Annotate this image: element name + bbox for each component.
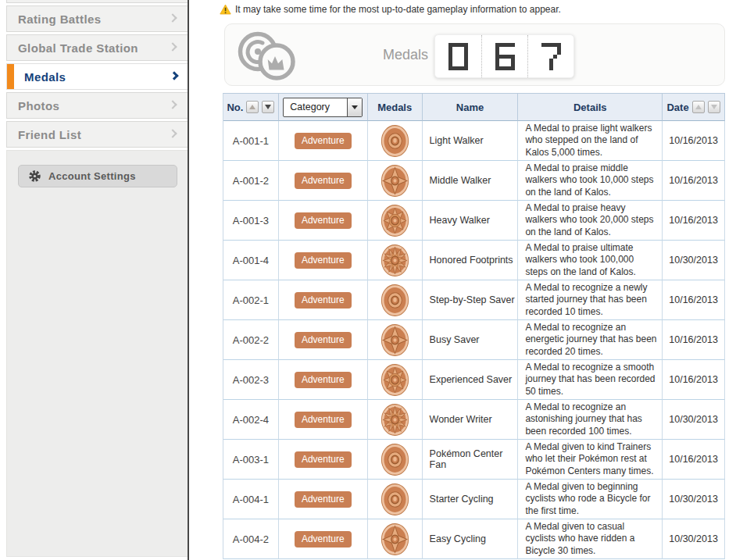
notice-bar: It may take some time for the most up-to… xyxy=(220,4,561,15)
bronze-medal-tier-3-icon xyxy=(381,205,409,237)
medal-name: Step-by-Step Saver xyxy=(430,294,515,305)
category-badge: Adventure xyxy=(295,451,352,468)
cell-no: A-004-1 xyxy=(223,480,279,519)
header-medals-label: Medals xyxy=(377,102,412,113)
sidebar-item-photos[interactable]: Photos xyxy=(6,92,188,119)
header-name: Name xyxy=(423,94,519,121)
category-badge: Adventure xyxy=(295,252,352,269)
bronze-medal-tier-1-icon xyxy=(381,483,409,515)
medal-name: Starter Cycling xyxy=(430,494,494,505)
cell-name: Pokémon Center Fan xyxy=(423,440,519,480)
account-settings-button[interactable]: Account Settings xyxy=(18,165,177,187)
cell-details: A Medal given to kind Trainers who let t… xyxy=(518,440,663,480)
medal-date: 10/30/2013 xyxy=(669,255,718,266)
cell-medal xyxy=(368,161,423,201)
table-row: A-002-4AdventureWonder WriterA Medal to … xyxy=(223,400,725,440)
cell-name: Heavy Walker xyxy=(423,201,519,241)
cell-date: 10/30/2013 xyxy=(663,241,725,280)
cell-medal xyxy=(368,320,423,360)
medal-name: Experienced Saver xyxy=(430,374,513,385)
sidebar-item-label: Friend List xyxy=(7,128,81,141)
medal-name: Light Walker xyxy=(430,135,484,146)
cell-name: Step-by-Step Saver xyxy=(423,280,519,320)
bronze-medal-tier-1-icon xyxy=(381,125,409,157)
table-row: A-004-1AdventureStarter CyclingA Medal g… xyxy=(223,480,725,519)
medal-name: Honored Footprints xyxy=(430,255,513,266)
bronze-medal-tier-3-icon xyxy=(381,364,409,396)
category-filter-select[interactable]: Category xyxy=(283,98,363,117)
medal-details: A Medal to praise ultimate walkers who t… xyxy=(525,242,657,279)
medal-no: A-001-4 xyxy=(233,255,269,266)
account-settings-label: Account Settings xyxy=(48,170,136,182)
table-body: A-001-1AdventureLight WalkerA Medal to p… xyxy=(223,121,725,559)
cell-date: 10/16/2013 xyxy=(663,161,725,201)
cell-category: Adventure xyxy=(279,400,368,440)
gear-icon xyxy=(28,169,41,183)
sort-no-desc-button[interactable] xyxy=(262,101,274,113)
medal-no: A-001-3 xyxy=(233,215,269,226)
medal-name: Middle Walker xyxy=(430,175,491,186)
medal-no: A-001-2 xyxy=(233,175,269,187)
medal-date: 10/30/2013 xyxy=(669,494,718,505)
counter-digit xyxy=(435,35,481,77)
cell-date: 10/30/2013 xyxy=(663,400,725,440)
cell-no: A-001-1 xyxy=(223,121,279,161)
table-row: A-002-3AdventureExperienced SaverA Medal… xyxy=(223,360,725,400)
medal-details: A Medal given to casual cyclists who hav… xyxy=(525,521,657,558)
sidebar-item-global-trade-station[interactable]: Global Trade Station xyxy=(6,34,188,61)
cell-no: A-002-3 xyxy=(223,360,279,400)
medal-date: 10/16/2013 xyxy=(669,215,718,226)
triangle-down-icon xyxy=(711,105,717,109)
sidebar-item-rating-battles[interactable]: Rating Battles xyxy=(6,5,188,32)
sidebar-item-medals[interactable]: Medals xyxy=(6,63,188,90)
sidebar-nav: Rating BattlesGlobal Trade StationMedals… xyxy=(6,5,188,148)
notice-text: It may take some time for the most up-to… xyxy=(235,4,561,15)
header-name-label: Name xyxy=(456,102,484,113)
sidebar-item-friend-list[interactable]: Friend List xyxy=(6,121,188,148)
counter-digit xyxy=(527,35,573,77)
counter-digit xyxy=(481,35,527,77)
cell-no: A-001-2 xyxy=(223,161,279,201)
cell-no: A-003-1 xyxy=(223,440,279,480)
cell-medal xyxy=(368,241,423,280)
header-no-label: No. xyxy=(227,102,243,113)
cell-details: A Medal to recognize an astonishing jour… xyxy=(518,400,663,440)
triangle-up-icon xyxy=(249,105,255,109)
sort-date-asc-button[interactable] xyxy=(692,101,705,113)
medal-no: A-001-1 xyxy=(233,135,269,147)
cell-details: A Medal to praise heavy walkers who took… xyxy=(518,201,663,241)
medal-name: Heavy Walker xyxy=(430,215,490,226)
page: Rating BattlesGlobal Trade StationMedals… xyxy=(0,0,736,560)
table-row: A-001-1AdventureLight WalkerA Medal to p… xyxy=(223,121,725,161)
medal-no: A-002-1 xyxy=(233,294,269,306)
medal-details: A Medal given to kind Trainers who let t… xyxy=(525,441,657,478)
cell-date: 10/16/2013 xyxy=(663,360,725,400)
table-row: A-002-1AdventureStep-by-Step SaverA Meda… xyxy=(223,280,725,320)
bronze-medal-tier-1-icon xyxy=(381,444,409,476)
header-details: Details xyxy=(518,94,663,121)
table-row: A-001-2AdventureMiddle WalkerA Medal to … xyxy=(223,161,725,201)
category-badge: Adventure xyxy=(295,133,352,149)
medal-details: A Medal to praise middle walkers who too… xyxy=(525,162,657,199)
cell-name: Light Walker xyxy=(423,121,519,161)
cell-category: Adventure xyxy=(279,280,368,320)
medal-no: A-004-2 xyxy=(233,533,269,545)
sort-date-desc-button[interactable] xyxy=(708,101,720,113)
cell-details: A Medal to praise ultimate walkers who t… xyxy=(518,241,663,280)
category-badge: Adventure xyxy=(295,372,352,388)
cell-details: A Medal to recognize a newly started jou… xyxy=(518,280,663,320)
sidebar-item-label: Global Trade Station xyxy=(7,41,138,55)
bronze-medal-tier-1-icon xyxy=(381,284,409,316)
cell-name: Starter Cycling xyxy=(423,480,519,519)
medal-date: 10/16/2013 xyxy=(669,454,718,465)
sidebar-item-label: Photos xyxy=(7,99,59,112)
sort-no-asc-button[interactable] xyxy=(246,101,259,113)
cell-medal xyxy=(368,360,423,400)
cell-details: A Medal given to casual cyclists who hav… xyxy=(518,519,663,559)
category-badge: Adventure xyxy=(295,212,352,229)
chevron-right-icon xyxy=(168,129,177,137)
header-medals: Medals xyxy=(368,94,423,121)
sidebar-item-partial[interactable] xyxy=(6,0,188,3)
medal-date: 10/16/2013 xyxy=(669,294,718,305)
dropdown-arrow-button[interactable] xyxy=(347,98,362,116)
